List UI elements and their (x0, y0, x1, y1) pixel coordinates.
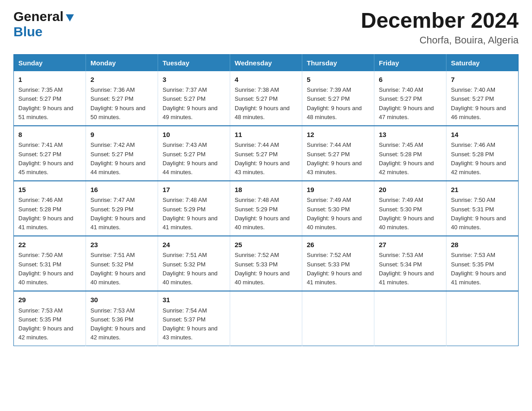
logo-blue-text: lue (23, 24, 43, 39)
day-info: Sunrise: 7:46 AMSunset: 5:28 PMDaylight:… (18, 197, 73, 230)
day-number: 7 (451, 75, 514, 85)
day-header-wednesday: Wednesday (230, 54, 302, 71)
day-info: Sunrise: 7:50 AMSunset: 5:31 PMDaylight:… (18, 252, 73, 285)
day-info: Sunrise: 7:51 AMSunset: 5:32 PMDaylight:… (90, 252, 146, 285)
calendar-cell: 1 Sunrise: 7:35 AMSunset: 5:27 PMDayligh… (14, 71, 86, 126)
day-info: Sunrise: 7:40 AMSunset: 5:27 PMDaylight:… (451, 86, 506, 120)
logo: G eneral B lue (13, 9, 75, 39)
calendar-cell (446, 291, 519, 346)
calendar-table: SundayMondayTuesdayWednesdayThursdayFrid… (13, 54, 519, 346)
day-number: 21 (451, 185, 514, 195)
calendar-cell: 29 Sunrise: 7:53 AMSunset: 5:35 PMDaylig… (14, 291, 86, 346)
logo-arrow-icon (65, 13, 75, 22)
calendar-cell: 5 Sunrise: 7:39 AMSunset: 5:27 PMDayligh… (302, 71, 374, 126)
day-info: Sunrise: 7:47 AMSunset: 5:29 PMDaylight:… (90, 197, 146, 230)
day-number: 30 (90, 295, 153, 305)
day-number: 31 (163, 295, 225, 305)
day-number: 8 (18, 130, 81, 140)
day-info: Sunrise: 7:43 AMSunset: 5:27 PMDaylight:… (163, 141, 218, 175)
calendar-cell: 19 Sunrise: 7:49 AMSunset: 5:30 PMDaylig… (302, 181, 374, 236)
calendar-cell (230, 291, 302, 346)
calendar-week-3: 15 Sunrise: 7:46 AMSunset: 5:28 PMDaylig… (14, 181, 519, 236)
calendar-cell: 24 Sunrise: 7:51 AMSunset: 5:32 PMDaylig… (158, 236, 230, 291)
day-number: 28 (451, 240, 514, 250)
page-title: December 2024 (361, 9, 519, 33)
day-number: 12 (307, 130, 369, 140)
calendar-cell: 31 Sunrise: 7:54 AMSunset: 5:37 PMDaylig… (158, 291, 230, 346)
day-info: Sunrise: 7:45 AMSunset: 5:28 PMDaylight:… (379, 141, 434, 175)
day-number: 9 (90, 130, 153, 140)
calendar-cell: 12 Sunrise: 7:44 AMSunset: 5:27 PMDaylig… (302, 126, 374, 181)
day-number: 5 (307, 75, 369, 85)
day-info: Sunrise: 7:49 AMSunset: 5:30 PMDaylight:… (379, 197, 434, 230)
day-number: 11 (235, 130, 297, 140)
day-number: 15 (18, 185, 81, 195)
day-info: Sunrise: 7:42 AMSunset: 5:27 PMDaylight:… (90, 141, 146, 175)
calendar-week-2: 8 Sunrise: 7:41 AMSunset: 5:27 PMDayligh… (14, 126, 519, 181)
title-section: December 2024 Chorfa, Bouira, Algeria (361, 9, 519, 46)
day-info: Sunrise: 7:52 AMSunset: 5:33 PMDaylight:… (307, 252, 362, 285)
day-info: Sunrise: 7:40 AMSunset: 5:27 PMDaylight:… (379, 86, 434, 120)
day-number: 6 (379, 75, 442, 85)
day-info: Sunrise: 7:53 AMSunset: 5:36 PMDaylight:… (90, 307, 146, 341)
calendar-cell: 13 Sunrise: 7:45 AMSunset: 5:28 PMDaylig… (374, 126, 446, 181)
calendar-cell: 14 Sunrise: 7:46 AMSunset: 5:28 PMDaylig… (446, 126, 519, 181)
calendar-cell: 10 Sunrise: 7:43 AMSunset: 5:27 PMDaylig… (158, 126, 230, 181)
calendar-cell: 18 Sunrise: 7:48 AMSunset: 5:29 PMDaylig… (230, 181, 302, 236)
day-info: Sunrise: 7:41 AMSunset: 5:27 PMDaylight:… (18, 141, 73, 175)
calendar-cell: 15 Sunrise: 7:46 AMSunset: 5:28 PMDaylig… (14, 181, 86, 236)
day-number: 17 (163, 185, 225, 195)
day-number: 22 (18, 240, 81, 250)
day-info: Sunrise: 7:46 AMSunset: 5:28 PMDaylight:… (451, 141, 506, 175)
day-header-saturday: Saturday (446, 54, 519, 71)
day-number: 18 (235, 185, 297, 195)
day-header-thursday: Thursday (302, 54, 374, 71)
day-info: Sunrise: 7:44 AMSunset: 5:27 PMDaylight:… (307, 141, 362, 175)
calendar-week-5: 29 Sunrise: 7:53 AMSunset: 5:35 PMDaylig… (14, 291, 519, 346)
page-header: G eneral B lue December 2024 Chorfa, Bou… (13, 9, 519, 46)
day-info: Sunrise: 7:48 AMSunset: 5:29 PMDaylight:… (163, 197, 218, 230)
day-number: 29 (18, 295, 81, 305)
page-subtitle: Chorfa, Bouira, Algeria (361, 34, 519, 46)
day-number: 24 (163, 240, 225, 250)
day-header-sunday: Sunday (14, 54, 86, 71)
day-number: 27 (379, 240, 442, 250)
day-info: Sunrise: 7:48 AMSunset: 5:29 PMDaylight:… (235, 197, 290, 230)
day-info: Sunrise: 7:44 AMSunset: 5:27 PMDaylight:… (235, 141, 290, 175)
day-number: 20 (379, 185, 442, 195)
day-info: Sunrise: 7:51 AMSunset: 5:32 PMDaylight:… (163, 252, 218, 285)
day-number: 14 (451, 130, 514, 140)
day-number: 25 (235, 240, 297, 250)
calendar-cell: 25 Sunrise: 7:52 AMSunset: 5:33 PMDaylig… (230, 236, 302, 291)
logo-blue-b: B (13, 24, 23, 39)
day-header-friday: Friday (374, 54, 446, 71)
day-info: Sunrise: 7:53 AMSunset: 5:35 PMDaylight:… (451, 252, 506, 285)
day-header-tuesday: Tuesday (158, 54, 230, 71)
day-info: Sunrise: 7:49 AMSunset: 5:30 PMDaylight:… (307, 197, 362, 230)
calendar-week-4: 22 Sunrise: 7:50 AMSunset: 5:31 PMDaylig… (14, 236, 519, 291)
day-number: 23 (90, 240, 153, 250)
calendar-cell: 4 Sunrise: 7:38 AMSunset: 5:27 PMDayligh… (230, 71, 302, 126)
day-info: Sunrise: 7:39 AMSunset: 5:27 PMDaylight:… (307, 86, 362, 120)
calendar-cell: 26 Sunrise: 7:52 AMSunset: 5:33 PMDaylig… (302, 236, 374, 291)
calendar-cell: 9 Sunrise: 7:42 AMSunset: 5:27 PMDayligh… (86, 126, 158, 181)
day-number: 16 (90, 185, 153, 195)
day-number: 26 (307, 240, 369, 250)
calendar-header-row: SundayMondayTuesdayWednesdayThursdayFrid… (14, 54, 519, 71)
calendar-cell: 17 Sunrise: 7:48 AMSunset: 5:29 PMDaylig… (158, 181, 230, 236)
day-number: 3 (163, 75, 225, 85)
logo-general-g: G (13, 9, 24, 24)
calendar-cell: 28 Sunrise: 7:53 AMSunset: 5:35 PMDaylig… (446, 236, 519, 291)
calendar-cell: 16 Sunrise: 7:47 AMSunset: 5:29 PMDaylig… (86, 181, 158, 236)
day-info: Sunrise: 7:38 AMSunset: 5:27 PMDaylight:… (235, 86, 290, 120)
calendar-cell: 2 Sunrise: 7:36 AMSunset: 5:27 PMDayligh… (86, 71, 158, 126)
day-number: 19 (307, 185, 369, 195)
day-number: 13 (379, 130, 442, 140)
calendar-cell (302, 291, 374, 346)
day-number: 1 (18, 75, 81, 85)
calendar-cell: 11 Sunrise: 7:44 AMSunset: 5:27 PMDaylig… (230, 126, 302, 181)
calendar-week-1: 1 Sunrise: 7:35 AMSunset: 5:27 PMDayligh… (14, 71, 519, 126)
calendar-cell: 21 Sunrise: 7:50 AMSunset: 5:31 PMDaylig… (446, 181, 519, 236)
day-info: Sunrise: 7:37 AMSunset: 5:27 PMDaylight:… (163, 86, 218, 120)
day-info: Sunrise: 7:53 AMSunset: 5:34 PMDaylight:… (379, 252, 434, 285)
